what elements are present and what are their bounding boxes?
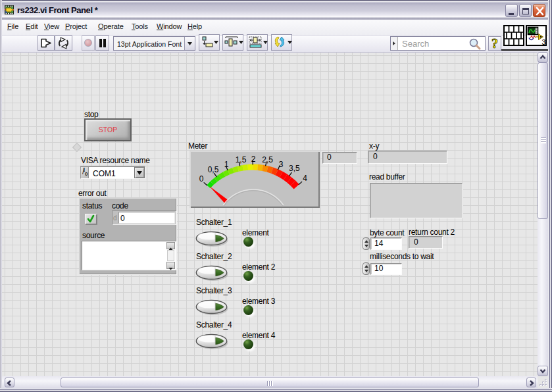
svg-text:1: 1 (224, 160, 229, 169)
svg-text:1,5: 1,5 (236, 155, 247, 164)
svg-text:2: 2 (251, 155, 256, 164)
svg-text:3: 3 (542, 38, 545, 45)
svg-text:?: ? (491, 37, 498, 50)
svg-text:0,5: 0,5 (208, 165, 219, 174)
svg-text:4: 4 (303, 174, 307, 183)
svg-text:3: 3 (279, 160, 284, 169)
svg-text:2,5: 2,5 (262, 155, 273, 164)
svg-text:3,5: 3,5 (289, 164, 300, 173)
svg-text:0: 0 (199, 174, 204, 184)
